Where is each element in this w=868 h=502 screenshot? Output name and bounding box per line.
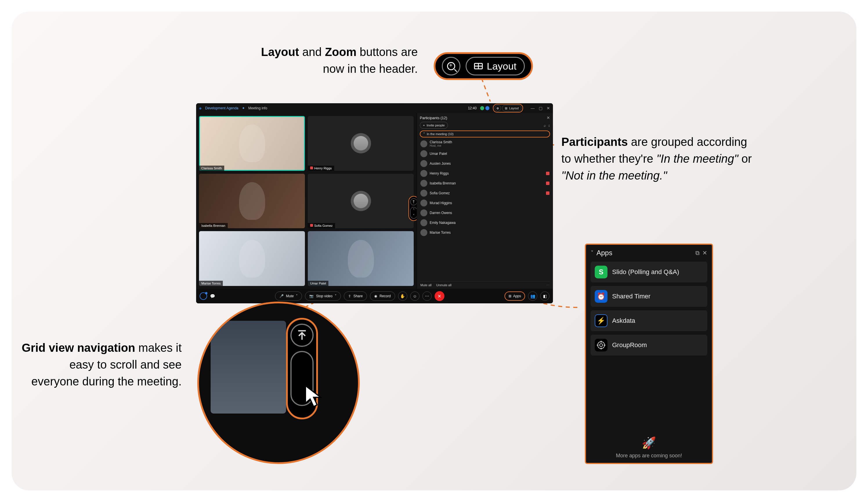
share-button[interactable]: ⇪ Share: [344, 291, 367, 301]
header-time: 12:40: [468, 106, 477, 110]
chevron-up-icon: [291, 355, 312, 376]
mute-all-button[interactable]: Mute all: [420, 283, 432, 287]
app-row[interactable]: GroupRoom: [591, 335, 707, 356]
participant-row[interactable]: Sofia Gomez: [420, 188, 550, 198]
panel-toggle-button[interactable]: ◧: [540, 291, 549, 301]
participants-title: Participants (12): [420, 116, 447, 120]
participant-row[interactable]: Murad Higgins: [420, 198, 550, 208]
participant-row[interactable]: Henry Riggs: [420, 168, 550, 178]
avatar: [420, 170, 427, 177]
muted-icon: [546, 201, 549, 205]
window-close-icon[interactable]: ✕: [547, 106, 550, 111]
participants-more-icon[interactable]: ⋯: [546, 283, 549, 287]
apps-footer-text: More apps are coming soon!: [616, 453, 682, 459]
participant-row[interactable]: Umar Patel: [420, 149, 550, 159]
layout-button[interactable]: Layout: [466, 57, 525, 75]
apps-panel: ˅ Apps ⧉ ✕ SSlido (Polling and Q&A)⏰Shar…: [585, 244, 713, 464]
more-button[interactable]: ⋯: [422, 291, 432, 301]
unmute-all-button[interactable]: Unmute all: [436, 283, 452, 287]
avatar: [351, 133, 371, 154]
participant-name: Isabella Brennan: [430, 181, 456, 185]
video-tile[interactable]: Marise Torres: [199, 231, 305, 286]
zoom-button[interactable]: [442, 57, 461, 75]
window-minimize-icon[interactable]: —: [530, 106, 535, 111]
rocket-icon: 🚀: [591, 436, 707, 450]
meeting-footer: 💬 🎤 Mute ˅ 📷 Stop video ˅ ⇪ Share ◉ Reco…: [196, 289, 553, 303]
video-tile[interactable]: Clarissa Smith: [199, 116, 305, 171]
window-header: ◈ Development Agenda ✦ Meeting info 12:4…: [196, 103, 553, 113]
participant-row[interactable]: Austen Jones: [420, 159, 550, 168]
grid-nav-top-button-zoom[interactable]: [290, 324, 313, 347]
avatar: [420, 140, 427, 147]
muted-icon: [546, 172, 549, 175]
participant-row[interactable]: Clarissa SmithHost, me: [420, 139, 550, 149]
participant-name: Henry Riggs: [430, 171, 449, 176]
participant-group-chip[interactable]: ˅ In the meeting (10): [420, 130, 550, 137]
participant-name: Emily Nakagawa: [430, 221, 455, 225]
window-maximize-icon[interactable]: ▢: [539, 106, 542, 111]
tile-name-label: Isabella Brennan: [199, 223, 228, 228]
video-tile[interactable]: Isabella Brennan: [199, 174, 305, 229]
record-button[interactable]: ◉ Record: [370, 291, 395, 301]
sort-icon[interactable]: ↕: [548, 123, 550, 128]
participant-subtitle: Host, me: [430, 144, 452, 147]
participants-close-icon[interactable]: ✕: [547, 115, 550, 120]
cursor-icon: [303, 385, 324, 409]
stop-video-button[interactable]: 📷 Stop video ˅: [305, 291, 341, 301]
reactions-button[interactable]: ☺: [410, 291, 420, 301]
chat-icon[interactable]: 💬: [210, 294, 215, 299]
apps-popout-icon[interactable]: ⧉: [695, 250, 700, 257]
meeting-info-link[interactable]: Meeting info: [248, 106, 267, 110]
app-row[interactable]: ⚡Askdata: [591, 310, 707, 331]
muted-icon: [310, 224, 313, 227]
header-zoom-button[interactable]: ⊕: [495, 105, 501, 111]
participants-toggle-button[interactable]: 👥: [528, 291, 537, 301]
participant-row[interactable]: Marise Torres: [420, 228, 550, 238]
muted-icon: [546, 142, 549, 146]
avatar: [351, 191, 371, 211]
avatar: [420, 199, 427, 207]
muted-icon: [546, 162, 549, 165]
app-row[interactable]: ⏰Shared Timer: [591, 286, 707, 307]
zoom-in-icon: [447, 62, 455, 70]
annotation-layout-zoom: Layout and Zoom buttons are now in the h…: [238, 43, 418, 77]
video-tile[interactable]: Sofia Gomez: [308, 174, 414, 229]
video-tile[interactable]: Henry Riggs: [308, 116, 414, 171]
avatar: [420, 219, 427, 226]
grid-nav-callout: [197, 302, 360, 464]
chevron-down-icon: ˅: [413, 213, 415, 218]
svg-point-5: [600, 344, 602, 347]
participant-row[interactable]: Emily Nakagawa: [420, 218, 550, 228]
apps-close-icon[interactable]: ✕: [702, 249, 707, 257]
app-row[interactable]: SSlido (Polling and Q&A): [591, 262, 707, 282]
raise-hand-button[interactable]: ✋: [398, 291, 407, 301]
participant-row[interactable]: Isabella Brennan: [420, 178, 550, 188]
slido-icon: S: [595, 266, 608, 279]
self-view-icon[interactable]: [199, 292, 207, 300]
meeting-window: ◈ Development Agenda ✦ Meeting info 12:4…: [196, 103, 553, 303]
muted-icon: [546, 231, 549, 234]
chevron-down-icon[interactable]: ˅: [591, 249, 593, 257]
participants-footer: Mute all Unmute all ⋯: [420, 281, 550, 288]
grid-nav-top-button[interactable]: ⤒: [410, 198, 417, 205]
muted-icon: [546, 211, 549, 215]
tile-name-label: Clarissa Smith: [199, 166, 224, 171]
tile-name-label: Marise Torres: [199, 281, 223, 286]
search-icon[interactable]: ⌕: [544, 123, 546, 128]
apps-button[interactable]: ⊞ Apps: [505, 291, 525, 301]
svg-point-6: [598, 342, 604, 348]
participant-row[interactable]: Darren Owens: [420, 208, 550, 218]
mute-button[interactable]: 🎤 Mute ˅: [275, 291, 302, 301]
avatar: [420, 190, 427, 197]
avatar: [420, 160, 427, 167]
muted-icon: [546, 191, 549, 195]
invite-people-button[interactable]: + Invite people: [420, 122, 448, 129]
end-call-button[interactable]: ✕: [435, 291, 444, 301]
annotation-grid-nav: Grid view navigation makes it easy to sc…: [20, 339, 182, 390]
header-layout-zoom-group: ⊕ ⊞ Layout: [493, 104, 523, 113]
avatar: [420, 209, 427, 216]
video-tile[interactable]: Umar Patel: [308, 231, 414, 286]
app-name: GroupRoom: [612, 341, 647, 349]
header-layout-button[interactable]: ⊞ Layout: [502, 105, 521, 111]
grid-nav-updown[interactable]: ˄˅: [410, 207, 417, 219]
